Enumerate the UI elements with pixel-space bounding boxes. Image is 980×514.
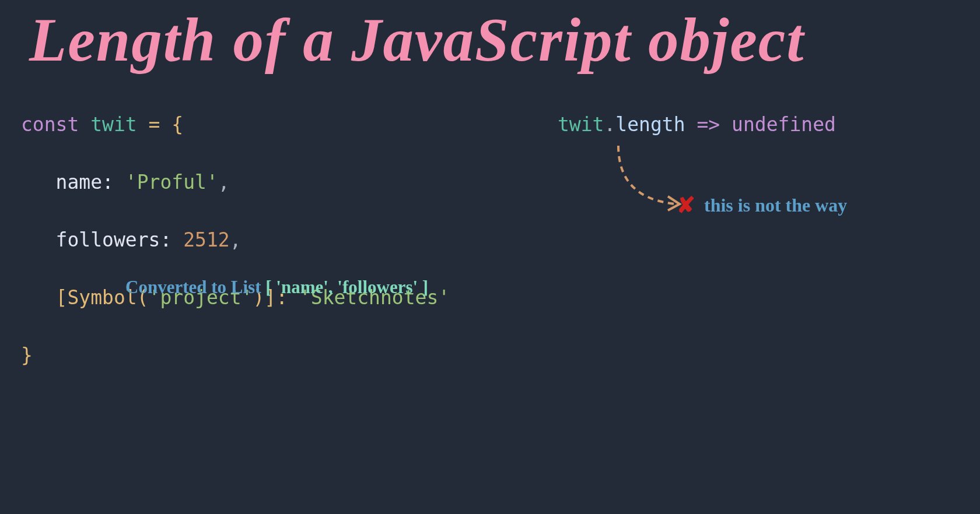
twit-ref: twit [558,113,604,136]
close-brace: } [21,344,33,367]
comma2: , [230,228,242,251]
page-title: Length of a JavaScript object [0,0,980,81]
ann-notway-text: this is not the way [704,195,847,216]
annotation-not-the-way: ✘ this is not the way [677,192,847,218]
dot: . [604,113,615,136]
prop-followers: followers: [56,228,172,251]
ann-converted-text: Converted to List [125,277,265,297]
sym-open: [ [56,286,68,309]
val-followers: 2512 [183,228,229,251]
annotation-converted: Converted to List [ 'name', 'followers' … [125,277,428,298]
undefined: undefined [732,113,836,136]
keyword-const: const [21,113,79,136]
prop-name: name: [56,171,114,193]
arrow: => [685,113,732,136]
open-brace: { [172,113,183,136]
cross-icon: ✘ [677,192,695,218]
val-name: 'Proful' [125,171,218,193]
length-prop: length [615,113,685,136]
var-twit: twit [90,113,136,136]
eq: = [137,113,172,136]
comma1: , [218,171,230,193]
ann-list: [ 'name', 'followers' ] [265,277,428,297]
